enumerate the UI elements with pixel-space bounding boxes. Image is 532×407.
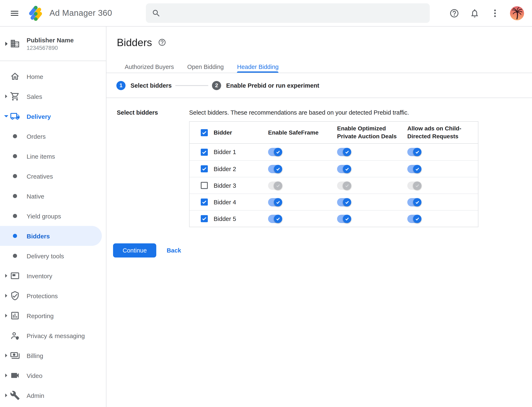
brand-home-link[interactable]: Ad Manager 360 <box>29 6 112 21</box>
optimized-deals-toggle[interactable] <box>337 165 351 173</box>
row-checkbox[interactable] <box>201 215 208 222</box>
check-icon <box>415 200 420 204</box>
row-checkbox[interactable] <box>201 149 208 156</box>
check-icon <box>275 216 281 221</box>
sidebar-item-protections[interactable]: Protections <box>0 286 106 306</box>
sidebar-item-privacy-messaging[interactable]: Privacy & messaging <box>0 326 106 345</box>
sidebar-item-orders[interactable]: Orders <box>0 126 106 146</box>
shield-check-icon <box>10 291 20 301</box>
select-all-checkbox[interactable] <box>201 129 208 136</box>
bidder-name: Bidder 3 <box>214 182 236 189</box>
more-options-button[interactable] <box>490 8 500 19</box>
building-icon <box>10 39 20 49</box>
sidebar-nav: Home Sales Delivery Orders <box>0 61 106 405</box>
sidebar-item-native[interactable]: Native <box>0 186 106 206</box>
sidebar-item-bidders[interactable]: Bidders <box>0 226 102 246</box>
child-directed-toggle[interactable] <box>407 165 421 173</box>
videocam-icon <box>10 370 20 380</box>
child-directed-toggle[interactable] <box>407 181 421 190</box>
sidebar-item-sales[interactable]: Sales <box>0 86 106 106</box>
search-bar[interactable] <box>146 3 430 23</box>
sidebar-item-inventory[interactable]: Inventory <box>0 266 106 286</box>
bidder-name: Bidder 2 <box>214 165 236 172</box>
top-app-bar: Ad Manager 360 <box>0 0 532 27</box>
notifications-button[interactable] <box>469 8 480 19</box>
optimized-deals-toggle[interactable] <box>337 148 351 156</box>
bidder-name: Bidder 4 <box>214 199 236 205</box>
table-row: Bidder 4 <box>190 194 478 210</box>
check-icon <box>202 149 207 155</box>
chevron-right-icon <box>5 94 8 98</box>
row-checkbox[interactable] <box>201 198 208 206</box>
section-label: Select bidders <box>117 108 189 227</box>
publisher-switcher[interactable]: Publisher Name 1234567890 <box>0 27 106 61</box>
check-icon <box>345 216 350 221</box>
check-icon <box>415 216 420 221</box>
table-header-row: Bidder Enable SafeFrame Enable Optimized… <box>190 122 478 144</box>
row-checkbox[interactable] <box>201 182 208 189</box>
child-directed-toggle[interactable] <box>407 214 421 223</box>
safeframe-toggle[interactable] <box>268 198 282 206</box>
sidebar-item-billing[interactable]: Billing <box>0 345 106 366</box>
help-button[interactable] <box>449 8 460 19</box>
check-icon <box>415 149 420 155</box>
sidebar-item-home[interactable]: Home <box>0 66 106 86</box>
safeframe-toggle[interactable] <box>268 148 282 156</box>
title-help-button[interactable] <box>158 38 167 47</box>
table-row: Bidder 5 <box>190 210 478 227</box>
payments-icon <box>10 351 20 360</box>
optimized-deals-toggle[interactable] <box>337 181 351 190</box>
menu-button[interactable] <box>9 8 20 18</box>
sidebar-item-delivery-tools[interactable]: Delivery tools <box>0 246 106 266</box>
help-icon <box>158 38 166 47</box>
continue-button[interactable]: Continue <box>113 243 156 258</box>
table-row: Bidder 2 <box>190 160 478 177</box>
sidebar-item-reporting[interactable]: Reporting <box>0 306 106 326</box>
publisher-name: Publisher Name <box>27 36 74 43</box>
menu-icon <box>9 8 20 18</box>
optimized-deals-toggle[interactable] <box>337 214 351 223</box>
sidebar-item-delivery[interactable]: Delivery <box>0 106 106 126</box>
stepper: 1 Select bidders 2 Enable Prebid or run … <box>106 73 532 98</box>
avatar[interactable] <box>510 6 524 20</box>
bidder-name: Bidder 5 <box>214 215 236 222</box>
page-title: Bidders <box>117 36 152 49</box>
safeframe-toggle[interactable] <box>268 165 282 173</box>
tab-header-bidding[interactable]: Header Bidding <box>230 61 285 73</box>
check-icon <box>345 183 350 188</box>
table-row: Bidder 1 <box>190 144 478 160</box>
sidebar-item-video[interactable]: Video <box>0 366 106 385</box>
safeframe-toggle[interactable] <box>268 214 282 223</box>
row-checkbox[interactable] <box>201 165 208 172</box>
tab-open-bidding[interactable]: Open Bidding <box>181 61 230 73</box>
bullet-icon <box>13 194 17 198</box>
step-1-select-bidders: 1 Select bidders <box>116 81 172 90</box>
column-header-bidder: Bidder <box>214 129 232 136</box>
search-icon <box>152 8 161 18</box>
ad-unit-icon <box>10 271 20 281</box>
bidders-table: Bidder Enable SafeFrame Enable Optimized… <box>189 121 478 227</box>
search-input[interactable] <box>161 3 430 23</box>
chevron-right-icon <box>5 313 8 318</box>
optimized-deals-toggle[interactable] <box>337 198 351 206</box>
bullet-icon <box>13 174 17 178</box>
sidebar-item-admin[interactable]: Admin <box>0 385 106 405</box>
chevron-right-icon <box>5 41 8 46</box>
back-button[interactable]: Back <box>167 247 181 254</box>
safeframe-toggle[interactable] <box>268 181 282 190</box>
check-icon <box>275 183 281 188</box>
child-directed-toggle[interactable] <box>407 198 421 206</box>
sidebar-item-yield-groups[interactable]: Yield groups <box>0 206 106 226</box>
chevron-down-icon <box>4 115 8 117</box>
step-connector <box>175 85 208 86</box>
chevron-right-icon <box>5 294 8 298</box>
more-vert-icon <box>490 8 500 18</box>
check-icon <box>202 166 207 172</box>
child-directed-toggle[interactable] <box>407 148 421 156</box>
sidebar-item-creatives[interactable]: Creatives <box>0 166 106 186</box>
home-icon <box>10 71 20 81</box>
tab-authorized-buyers[interactable]: Authorized Buyers <box>118 61 181 73</box>
publisher-id: 1234567890 <box>27 45 74 51</box>
sidebar-item-line-items[interactable]: Line items <box>0 146 106 166</box>
bullet-icon <box>13 214 17 218</box>
